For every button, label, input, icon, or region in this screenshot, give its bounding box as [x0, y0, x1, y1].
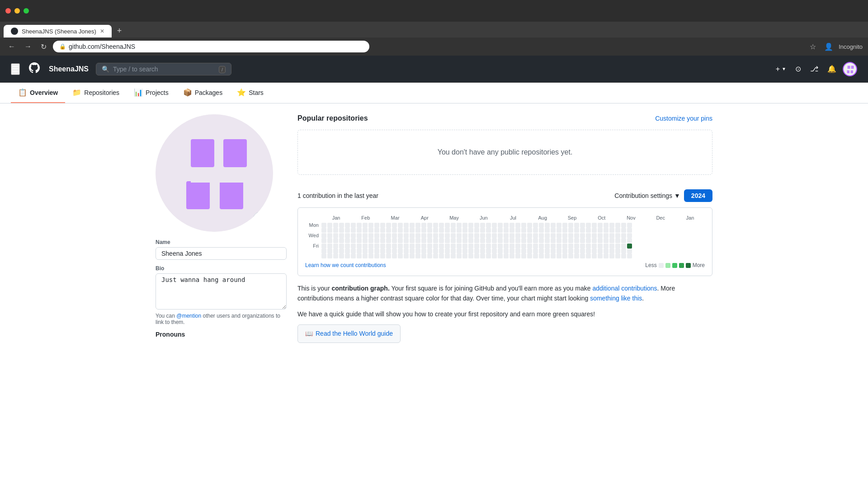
contrib-cell	[621, 228, 626, 233]
year-button[interactable]: 2024	[684, 189, 712, 202]
search-bar[interactable]: 🔍 Type / to search /	[96, 63, 231, 75]
contrib-cell	[374, 228, 379, 233]
back-button[interactable]: ←	[5, 41, 18, 52]
contrib-cell	[421, 223, 426, 228]
contrib-cell	[580, 244, 585, 249]
pull-requests-button[interactable]: ⎇	[807, 62, 821, 76]
contrib-cell	[398, 238, 403, 243]
contrib-cell	[457, 253, 462, 258]
new-tab-button[interactable]: +	[113, 24, 126, 38]
something-like-this-link[interactable]: something like this	[590, 295, 642, 302]
contrib-cell	[604, 253, 609, 258]
avatar-edit-button[interactable]: 😊	[253, 212, 266, 225]
contrib-cell	[433, 253, 438, 258]
profile-name-section: Name	[156, 239, 287, 260]
notifications-button[interactable]: 🔔	[825, 62, 839, 76]
contrib-cell	[462, 223, 467, 228]
learn-contributions-link[interactable]: Learn how we count contributions	[305, 262, 386, 268]
contribution-settings-button[interactable]: Contribution settings ▼	[614, 192, 680, 199]
bio-textarea[interactable]: Just wanna hang around	[156, 273, 287, 310]
contribution-graph-label: contribution graph.	[331, 285, 389, 292]
contrib-cell	[562, 238, 567, 243]
month-jun: Jun	[469, 215, 498, 221]
contrib-cell	[439, 238, 444, 243]
contrib-cell	[410, 249, 415, 253]
user-avatar[interactable]	[843, 62, 857, 76]
nav-packages-label: Packages	[195, 89, 222, 96]
contrib-cell	[410, 228, 415, 233]
nav-repositories[interactable]: 📁 Repositories	[65, 83, 127, 103]
contrib-cell	[427, 244, 432, 249]
customize-pins-link[interactable]: Customize your pins	[655, 115, 712, 122]
stars-icon: ⭐	[237, 88, 246, 97]
plus-button[interactable]: + ▼	[773, 62, 789, 76]
contrib-cell	[533, 233, 538, 238]
additional-contributions-link[interactable]: additional contributions	[592, 285, 657, 292]
mention-link[interactable]: @mention	[176, 313, 201, 319]
contrib-row	[305, 228, 705, 233]
bookmark-button[interactable]: ☆	[807, 41, 819, 53]
github-logo[interactable]	[29, 62, 40, 76]
contrib-cell	[545, 223, 550, 228]
contrib-cell	[574, 233, 579, 238]
contrib-cell	[433, 228, 438, 233]
month-jan2: Jan	[675, 215, 705, 221]
contrib-cell	[492, 228, 497, 233]
contrib-cell	[480, 249, 485, 253]
address-bar[interactable]: 🔒 github.com/SheenaJNS	[53, 41, 369, 52]
contrib-cell	[509, 233, 514, 238]
contrib-cell	[327, 249, 332, 253]
contrib-cell	[574, 249, 579, 253]
contrib-cell	[421, 238, 426, 243]
contrib-cell	[445, 233, 450, 238]
contrib-cell	[598, 233, 603, 238]
contrib-cell	[404, 233, 409, 238]
contrib-cell	[527, 253, 532, 258]
contrib-cell	[439, 228, 444, 233]
contrib-cell	[380, 249, 385, 253]
active-tab[interactable]: SheenaJNS (Sheena Jones) ✕	[4, 25, 112, 38]
contrib-cell	[410, 238, 415, 243]
contrib-cell	[580, 223, 585, 228]
contrib-cell	[439, 249, 444, 253]
contrib-cell	[404, 228, 409, 233]
nav-stars[interactable]: ⭐ Stars	[230, 83, 271, 103]
contrib-cell	[615, 228, 620, 233]
contrib-cell	[368, 249, 373, 253]
nav-projects[interactable]: 📊 Projects	[127, 83, 176, 103]
hamburger-menu-button[interactable]: ☰	[11, 63, 20, 75]
contrib-cell	[498, 233, 503, 238]
day-label: Mon	[305, 222, 321, 228]
contrib-cell	[474, 249, 479, 253]
contrib-cell	[557, 253, 561, 258]
contrib-cell	[586, 223, 591, 228]
nav-actions: ☆ 👤 Incognito	[807, 41, 863, 53]
tab-close-button[interactable]: ✕	[100, 28, 104, 34]
forward-button[interactable]: →	[22, 41, 34, 52]
contrib-cells	[321, 223, 705, 228]
nav-packages[interactable]: 📦 Packages	[176, 83, 230, 103]
issues-button[interactable]: ⊙	[793, 62, 804, 76]
reload-button[interactable]: ↻	[38, 41, 49, 53]
month-sep: Sep	[557, 215, 587, 221]
name-input[interactable]	[156, 247, 287, 260]
profile-button[interactable]: 👤	[821, 41, 836, 53]
contrib-cell	[515, 223, 520, 228]
contrib-cell	[404, 223, 409, 228]
contrib-cell	[386, 228, 391, 233]
read-guide-button[interactable]: 📖 Read the Hello World guide	[297, 324, 401, 343]
contrib-cell	[321, 244, 326, 249]
contrib-cell	[480, 238, 485, 243]
contrib-cell	[339, 249, 344, 253]
main-content-area: Popular repositories Customize your pins…	[297, 114, 712, 343]
contrib-cell	[345, 223, 350, 228]
contrib-cell	[345, 249, 350, 253]
contrib-cell	[509, 238, 514, 243]
contrib-cell	[492, 249, 497, 253]
github-nav: 📋 Overview 📁 Repositories 📊 Projects 📦 P…	[0, 83, 868, 103]
svg-rect-11	[191, 167, 247, 183]
contrib-cell	[410, 233, 415, 238]
contrib-cell	[457, 238, 462, 243]
contrib-cell	[580, 253, 585, 258]
nav-overview[interactable]: 📋 Overview	[11, 83, 65, 103]
